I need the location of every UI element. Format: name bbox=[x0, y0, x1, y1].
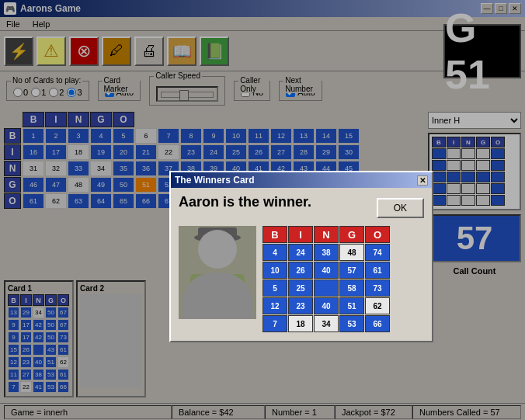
modal-title: The Winners Card bbox=[175, 175, 255, 186]
svg-point-1 bbox=[200, 232, 235, 266]
winner-photo: 📦 bbox=[179, 226, 256, 319]
winners-card-modal: The Winners Card ✕ Aaron is the winner. … bbox=[169, 171, 433, 342]
svg-rect-7 bbox=[206, 245, 215, 252]
svg-rect-3 bbox=[198, 227, 237, 240]
svg-text:📦: 📦 bbox=[202, 304, 210, 311]
svg-point-5 bbox=[207, 245, 214, 251]
svg-point-6 bbox=[221, 245, 228, 251]
winner-text: Aaron is the winner. bbox=[179, 194, 311, 210]
svg-rect-0 bbox=[179, 226, 256, 319]
svg-rect-10 bbox=[198, 296, 214, 318]
winner-bingo-card: BINGO42438487410264057615255873122340516… bbox=[262, 226, 390, 333]
modal-title-bar: The Winners Card ✕ bbox=[171, 172, 432, 188]
modal-close-button[interactable]: ✕ bbox=[417, 175, 428, 186]
ok-button[interactable]: OK bbox=[377, 198, 424, 218]
modal-overlay: The Winners Card ✕ Aaron is the winner. … bbox=[0, 0, 525, 420]
svg-rect-8 bbox=[220, 245, 229, 252]
svg-rect-4 bbox=[190, 274, 245, 319]
